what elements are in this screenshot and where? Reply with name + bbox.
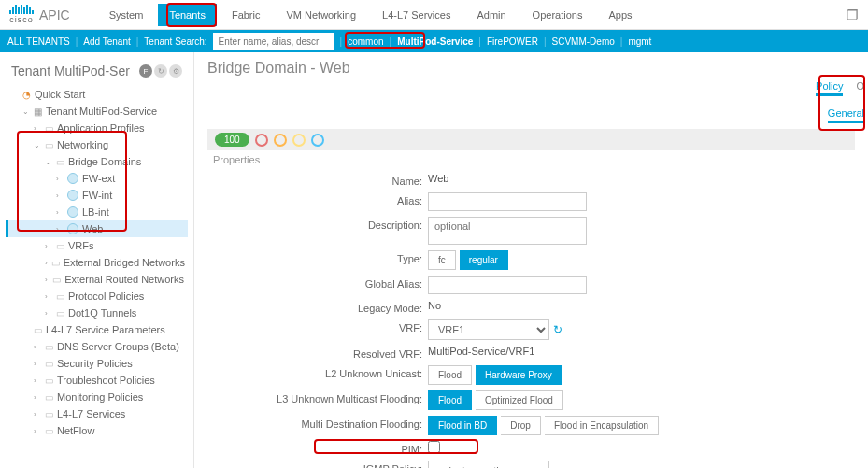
tree-app-profiles[interactable]: ›▭Application Profiles <box>6 120 188 136</box>
separator: | <box>340 36 343 47</box>
fault-warning-icon[interactable] <box>311 134 324 147</box>
subnav-search-label: Tenant Search: <box>144 36 206 47</box>
tree-bd-fw-int[interactable]: ›FW-int <box>6 187 188 204</box>
expand-icon[interactable]: › <box>45 309 52 318</box>
settings-icon[interactable]: ⚙ <box>169 64 182 78</box>
subnav-firepower[interactable]: FirePOWER <box>487 36 538 47</box>
tree-quick-start[interactable]: ◔Quick Start <box>6 86 188 103</box>
folder-icon: ▭ <box>45 376 53 386</box>
feedback-icon[interactable]: ❐ <box>847 7 859 22</box>
input-alias[interactable] <box>428 192 587 211</box>
subnav-add-tenant[interactable]: Add Tenant <box>83 36 130 47</box>
expand-icon[interactable]: › <box>34 427 41 435</box>
expand-icon[interactable]: › <box>45 276 49 284</box>
folder-icon: ▭ <box>51 258 60 268</box>
subnav-scvmm-demo[interactable]: SCVMM-Demo <box>552 36 615 47</box>
tree-bridge-domains[interactable]: ⌄▭Bridge Domains <box>6 153 188 170</box>
expand-icon[interactable]: › <box>56 225 64 234</box>
tree-label: FW-int <box>82 190 112 201</box>
sub-header: ALL TENANTS | Add Tenant | Tenant Search… <box>0 30 868 52</box>
btn-l2-hw-proxy[interactable]: Hardware Proxy <box>476 365 562 385</box>
expand-icon[interactable]: › <box>56 191 64 200</box>
content-pane: Bridge Domain - Web Policy O General 100… <box>194 52 868 468</box>
expand-icon[interactable]: › <box>45 242 52 250</box>
btn-type-regular[interactable]: regular <box>460 250 508 270</box>
tree-tenant-root[interactable]: ⌄▦Tenant MultiPod-Service <box>6 103 188 120</box>
btn-type-fc[interactable]: fc <box>428 250 456 270</box>
expand-icon[interactable]: › <box>45 292 52 301</box>
select-vrf[interactable]: VRF1 <box>428 319 549 340</box>
tree-monitoring[interactable]: ›▭Monitoring Policies <box>6 389 188 405</box>
subnav-all-tenants[interactable]: ALL TENANTS <box>7 36 70 47</box>
tree-l4l7-params[interactable]: ▭L4-L7 Service Parameters <box>6 321 188 338</box>
collapse-icon[interactable]: ⌄ <box>22 107 30 116</box>
fault-critical-icon[interactable] <box>255 134 268 147</box>
expand-icon[interactable]: › <box>34 360 41 368</box>
filter-icon[interactable]: F <box>139 64 152 78</box>
subnav-multipod-service[interactable]: MultiPod-Service <box>397 36 473 47</box>
expand-icon[interactable]: › <box>45 259 48 267</box>
btn-l3-optimized[interactable]: Optimized Flood <box>476 390 563 410</box>
subnav-mgmt[interactable]: mgmt <box>628 36 651 47</box>
expand-icon[interactable]: › <box>34 376 41 385</box>
btn-md-drop[interactable]: Drop <box>501 416 541 435</box>
btn-md-flood-enc[interactable]: Flood in Encapsulation <box>545 416 659 435</box>
cisco-text: cisco <box>9 15 34 24</box>
vrf-open-icon[interactable]: ↻ <box>553 323 562 336</box>
content-subtabs: Policy O General <box>816 80 864 123</box>
collapse-icon[interactable]: ⌄ <box>34 141 41 149</box>
tree-l4l7-services[interactable]: ›▭L4-L7 Services <box>6 405 188 422</box>
sidebar-title-row: Tenant MultiPod-Ser F ↻ ⚙ <box>6 60 188 82</box>
tree-bd-lb-int[interactable]: ›LB-int <box>6 204 188 220</box>
tree-external-routed[interactable]: ›▭External Routed Networks <box>6 271 188 288</box>
nav-fabric[interactable]: Fabric <box>221 4 272 26</box>
expand-icon[interactable]: › <box>34 393 41 402</box>
tree-bd-fw-ext[interactable]: ›FW-ext <box>6 170 188 187</box>
fault-minor-icon[interactable] <box>292 134 306 147</box>
subnav-common[interactable]: common <box>348 36 383 47</box>
fault-major-icon[interactable] <box>274 134 287 147</box>
btn-l3-flood[interactable]: Flood <box>428 390 472 410</box>
expand-icon[interactable]: › <box>34 343 41 351</box>
expand-icon[interactable]: › <box>34 410 41 418</box>
collapse-icon[interactable]: ⌄ <box>45 158 52 166</box>
tree-security-policies[interactable]: ›▭Security Policies <box>6 355 188 372</box>
tree-networking[interactable]: ⌄▭Networking <box>6 136 188 153</box>
tab-other[interactable]: O <box>856 80 864 96</box>
input-global-alias[interactable] <box>428 276 587 294</box>
tab-general[interactable]: General <box>828 107 864 123</box>
checkbox-pim[interactable] <box>428 441 440 453</box>
tree-bd-web[interactable]: ›Web <box>6 220 188 237</box>
tree-external-bridged[interactable]: ›▭External Bridged Networks <box>6 254 188 271</box>
nav-l4l7-services[interactable]: L4-L7 Services <box>371 4 462 26</box>
sidebar: Tenant MultiPod-Ser F ↻ ⚙ ◔Quick Start ⌄… <box>0 52 194 468</box>
tree-vrfs[interactable]: ›▭VRFs <box>6 237 188 254</box>
tree-troubleshoot[interactable]: ›▭Troubleshoot Policies <box>6 372 188 389</box>
tree-label: L4-L7 Service Parameters <box>46 324 165 335</box>
history-icon[interactable]: ↻ <box>154 64 167 78</box>
label-alias: Alias: <box>263 192 422 206</box>
tree-netflow[interactable]: ›▭NetFlow <box>6 422 188 439</box>
select-igmp[interactable]: select an option <box>428 461 549 468</box>
nav-system[interactable]: System <box>98 4 155 26</box>
nav-apps[interactable]: Apps <box>597 4 643 26</box>
tree-dns-groups[interactable]: ›▭DNS Server Groups (Beta) <box>6 338 188 355</box>
input-description[interactable] <box>428 217 587 245</box>
nav-tenants[interactable]: Tenants <box>158 4 217 26</box>
tab-policy[interactable]: Policy <box>816 80 843 96</box>
tree-dot1q-tunnels[interactable]: ›▭Dot1Q Tunnels <box>6 305 188 321</box>
expand-icon[interactable]: › <box>34 124 41 133</box>
nav-admin[interactable]: Admin <box>465 4 517 26</box>
expand-icon[interactable]: › <box>56 175 64 183</box>
health-score[interactable]: 100 <box>215 133 249 147</box>
btn-md-flood-bd[interactable]: Flood in BD <box>428 416 497 435</box>
btn-l2-flood[interactable]: Flood <box>428 365 472 385</box>
tree-protocol-policies[interactable]: ›▭Protocol Policies <box>6 288 188 305</box>
seg-l2-unknown: FloodHardware Proxy <box>428 365 562 385</box>
expand-icon[interactable]: › <box>56 208 64 217</box>
nav-operations[interactable]: Operations <box>521 4 594 26</box>
label-global-alias: Global Alias: <box>263 276 422 290</box>
folder-icon: ▭ <box>45 342 53 352</box>
nav-vm-networking[interactable]: VM Networking <box>275 4 367 26</box>
tenant-search-input[interactable] <box>213 33 334 50</box>
